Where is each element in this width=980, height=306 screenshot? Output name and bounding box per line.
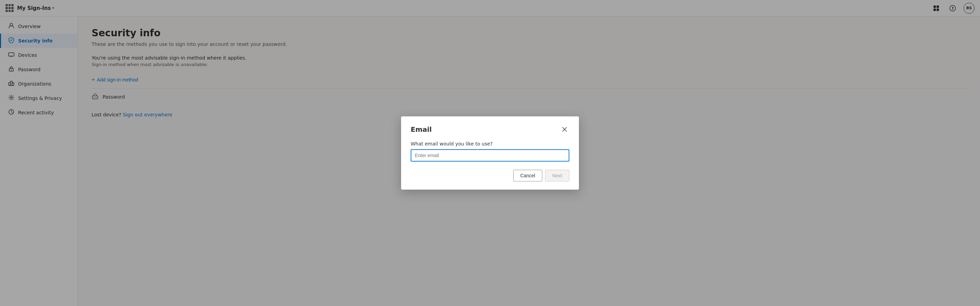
modal-actions: Cancel Next [410, 170, 570, 182]
cancel-button[interactable]: Cancel [513, 170, 542, 182]
email-input[interactable] [410, 149, 570, 161]
modal-header: Email [410, 124, 570, 134]
next-button: Next [545, 170, 570, 182]
modal-email-label: What email would you like to use? [410, 141, 570, 147]
modal-close-button[interactable] [560, 124, 570, 134]
modal-title: Email [410, 125, 432, 134]
modal-overlay[interactable]: Email What email would you like to use? … [0, 0, 980, 306]
email-modal: Email What email would you like to use? … [401, 116, 579, 190]
